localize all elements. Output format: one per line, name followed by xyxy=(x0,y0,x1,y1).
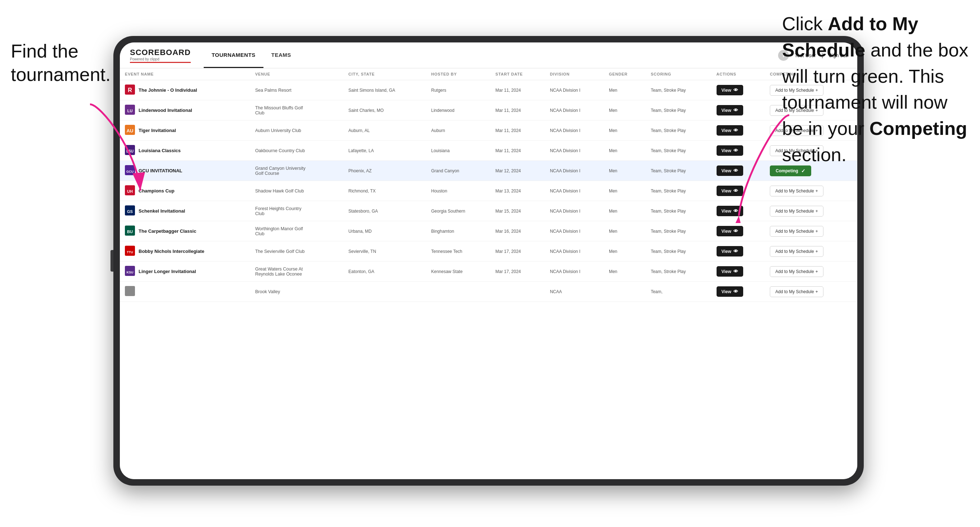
tab-tournaments[interactable]: TOURNAMENTS xyxy=(204,43,263,68)
venue-cell: Shadow Hawk Golf Club xyxy=(250,181,343,201)
table-row: KSU Linger Longer Invitational Great Wat… xyxy=(120,262,857,282)
city-state-cell: Saint Charles, MO xyxy=(343,100,426,121)
table-row: TTU Bobby Nichols Intercollegiate The Se… xyxy=(120,241,857,262)
eye-icon: 👁 xyxy=(733,249,738,254)
gender-cell: Men xyxy=(604,181,646,201)
actions-cell: View 👁 xyxy=(711,80,765,100)
gender-cell: Men xyxy=(604,121,646,141)
division-cell: NCAA Division I xyxy=(545,181,604,201)
arrow-right xyxy=(717,108,807,224)
team-logo: KSU xyxy=(125,266,135,277)
city-state-cell: Lafayette, LA xyxy=(343,141,426,161)
col-venue: VENUE xyxy=(250,68,343,80)
event-name-cell: KSU Linger Longer Invitational xyxy=(120,262,250,282)
col-division: DIVISION xyxy=(545,68,604,80)
division-cell: NCAA Division I xyxy=(545,201,604,221)
start-date-cell: Mar 17, 2024 xyxy=(490,241,545,262)
hosted-by-cell: Tennessee Tech xyxy=(426,241,490,262)
city-state-cell: Urbana, MD xyxy=(343,221,426,241)
team-logo xyxy=(125,286,135,297)
add-plus-icon: + xyxy=(816,189,818,194)
view-label: View xyxy=(722,88,731,93)
view-label: View xyxy=(722,229,731,234)
scoring-cell: Team, Stroke Play xyxy=(646,201,711,221)
add-to-schedule-button[interactable]: Add to My Schedule + xyxy=(770,226,823,237)
actions-cell: View 👁 xyxy=(711,262,765,282)
col-gender: GENDER xyxy=(604,68,646,80)
col-event-name: EVENT NAME xyxy=(120,68,250,80)
eye-icon: 👁 xyxy=(733,229,738,234)
eye-icon: 👁 xyxy=(733,269,738,274)
view-button[interactable]: View 👁 xyxy=(717,246,743,257)
start-date-cell: Mar 13, 2024 xyxy=(490,181,545,201)
add-to-schedule-button[interactable]: Add to My Schedule + xyxy=(770,266,823,277)
gender-cell: Men xyxy=(604,141,646,161)
add-plus-icon: + xyxy=(816,269,818,274)
scoring-cell: Team, xyxy=(646,282,711,302)
add-to-schedule-button[interactable]: Add to My Schedule + xyxy=(770,246,823,257)
event-name: Linger Longer Invitational xyxy=(138,269,196,274)
view-button[interactable]: View 👁 xyxy=(717,286,743,297)
city-state-cell: Eatonton, GA xyxy=(343,262,426,282)
start-date-cell: Mar 11, 2024 xyxy=(490,80,545,100)
event-name-cell: BU The Carpetbagger Classic xyxy=(120,221,250,241)
col-scoring: SCORING xyxy=(646,68,711,80)
tablet-frame: SCOREBOARD Powered by clippd TOURNAMENTS… xyxy=(113,36,864,486)
gender-cell: Men xyxy=(604,241,646,262)
add-to-schedule-button[interactable]: Add to My Schedule + xyxy=(770,286,823,297)
team-logo: TTU xyxy=(125,246,135,257)
view-label: View xyxy=(722,289,731,294)
start-date-cell: Mar 15, 2024 xyxy=(490,201,545,221)
tab-teams[interactable]: TEAMS xyxy=(263,43,299,68)
hosted-by-cell: Grand Canyon xyxy=(426,161,490,181)
city-state-cell: Auburn, AL xyxy=(343,121,426,141)
start-date-cell: Mar 16, 2024 xyxy=(490,221,545,241)
gender-cell: Men xyxy=(604,221,646,241)
venue-cell: Oakbourne Country Club xyxy=(250,141,343,161)
eye-icon: 👁 xyxy=(733,87,738,93)
add-plus-icon: + xyxy=(816,249,818,254)
venue-cell: Worthington Manor Golf Club xyxy=(250,221,343,241)
event-name: Bobby Nichols Intercollegiate xyxy=(138,249,204,254)
view-label: View xyxy=(722,269,731,274)
scoring-cell: Team, Stroke Play xyxy=(646,221,711,241)
col-actions: ACTIONS xyxy=(711,68,765,80)
scoring-cell: Team, Stroke Play xyxy=(646,141,711,161)
city-state-cell: Phoenix, AZ xyxy=(343,161,426,181)
table-header-row: EVENT NAME VENUE CITY, STATE HOSTED BY S… xyxy=(120,68,857,80)
division-cell: NCAA Division I xyxy=(545,161,604,181)
city-state-cell: Sevierville, TN xyxy=(343,241,426,262)
start-date-cell: Mar 11, 2024 xyxy=(490,121,545,141)
table-row: Brook Valley NCAA Team, View 👁 Add t xyxy=(120,282,857,302)
team-logo: R xyxy=(125,84,135,96)
division-cell: NCAA Division I xyxy=(545,262,604,282)
start-date-cell xyxy=(490,282,545,302)
hosted-by-cell: Auburn xyxy=(426,121,490,141)
scoring-cell: Team, Stroke Play xyxy=(646,181,711,201)
actions-cell: View 👁 xyxy=(711,282,765,302)
svg-rect-22 xyxy=(125,286,135,296)
event-name: Schenkel Invitational xyxy=(138,208,185,214)
hosted-by-cell xyxy=(426,282,490,302)
logo-text: SCOREBOARD xyxy=(130,48,191,57)
scoring-cell: Team, Stroke Play xyxy=(646,80,711,100)
svg-text:GS: GS xyxy=(127,210,133,214)
event-name: The Carpetbagger Classic xyxy=(138,229,196,234)
start-date-cell: Mar 12, 2024 xyxy=(490,161,545,181)
add-plus-icon: + xyxy=(816,229,818,234)
event-name-cell xyxy=(120,282,250,302)
venue-cell: Grand Canyon University Golf Course xyxy=(250,161,343,181)
city-state-cell: Saint Simons Island, GA xyxy=(343,80,426,100)
venue-cell: The Sevierville Golf Club xyxy=(250,241,343,262)
table-row: R The Johnnie - O Individual Sea Palms R… xyxy=(120,80,857,100)
tablet-side-button xyxy=(110,250,113,271)
scoring-cell: Team, Stroke Play xyxy=(646,100,711,121)
view-button[interactable]: View 👁 xyxy=(717,266,743,277)
svg-text:KSU: KSU xyxy=(126,270,133,274)
annotation-right: Click Add to My Schedule and the box wil… xyxy=(782,11,969,168)
col-hosted-by: HOSTED BY xyxy=(426,68,490,80)
hosted-by-cell: Houston xyxy=(426,181,490,201)
view-button[interactable]: View 👁 xyxy=(717,226,743,237)
start-date-cell: Mar 17, 2024 xyxy=(490,262,545,282)
view-button[interactable]: View 👁 xyxy=(717,85,743,95)
